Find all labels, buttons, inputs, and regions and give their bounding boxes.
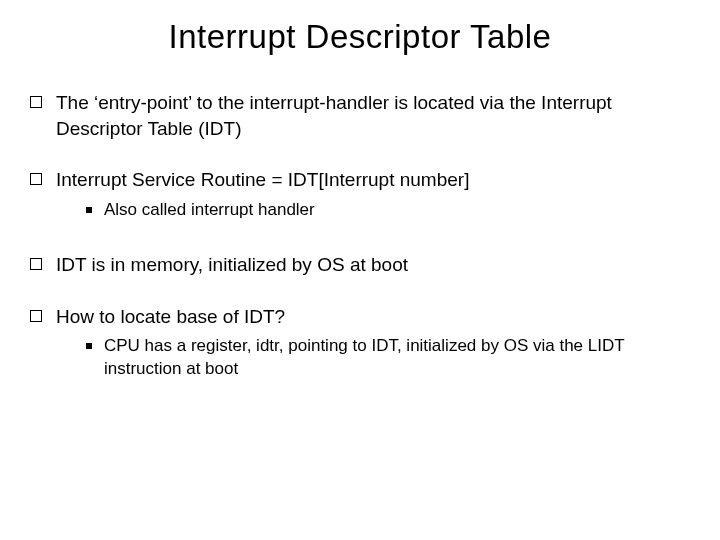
list-item-body: Interrupt Service Routine = IDT[Interrup… xyxy=(56,167,690,226)
list-item-text: IDT is in memory, initialized by OS at b… xyxy=(56,254,408,275)
list-item-body: The ‘entry-point’ to the interrupt-handl… xyxy=(56,90,690,141)
list-item-text: How to locate base of IDT? xyxy=(56,306,285,327)
square-bullet-icon xyxy=(30,310,42,322)
sub-list: Also called interrupt handler xyxy=(86,199,690,222)
sub-list-item: CPU has a register, idtr, pointing to ID… xyxy=(86,335,690,381)
list-item-text: The ‘entry-point’ to the interrupt-handl… xyxy=(56,92,612,139)
list-item-text: Interrupt Service Routine = IDT[Interrup… xyxy=(56,169,469,190)
list-item: The ‘entry-point’ to the interrupt-handl… xyxy=(30,90,690,141)
list-item: IDT is in memory, initialized by OS at b… xyxy=(30,252,690,278)
sub-list-item-text: Also called interrupt handler xyxy=(104,199,690,222)
list-item-body: How to locate base of IDT? CPU has a reg… xyxy=(56,304,690,386)
square-bullet-icon xyxy=(30,258,42,270)
list-item: How to locate base of IDT? CPU has a reg… xyxy=(30,304,690,386)
sub-list-item-text: CPU has a register, idtr, pointing to ID… xyxy=(104,335,690,381)
sub-list-item: Also called interrupt handler xyxy=(86,199,690,222)
square-sub-bullet-icon xyxy=(86,343,92,349)
square-bullet-icon xyxy=(30,173,42,185)
slide-title: Interrupt Descriptor Table xyxy=(30,18,690,56)
list-item: Interrupt Service Routine = IDT[Interrup… xyxy=(30,167,690,226)
square-bullet-icon xyxy=(30,96,42,108)
list-item-body: IDT is in memory, initialized by OS at b… xyxy=(56,252,690,278)
square-sub-bullet-icon xyxy=(86,207,92,213)
slide: Interrupt Descriptor Table The ‘entry-po… xyxy=(0,0,720,540)
bullet-list: The ‘entry-point’ to the interrupt-handl… xyxy=(30,90,690,385)
sub-list: CPU has a register, idtr, pointing to ID… xyxy=(86,335,690,381)
